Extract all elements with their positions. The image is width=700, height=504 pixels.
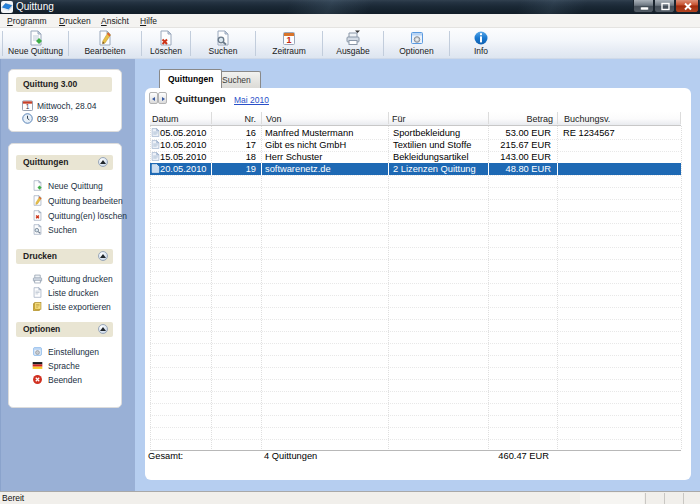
svg-text:1: 1 <box>26 103 30 110</box>
svg-text:1: 1 <box>286 35 291 45</box>
